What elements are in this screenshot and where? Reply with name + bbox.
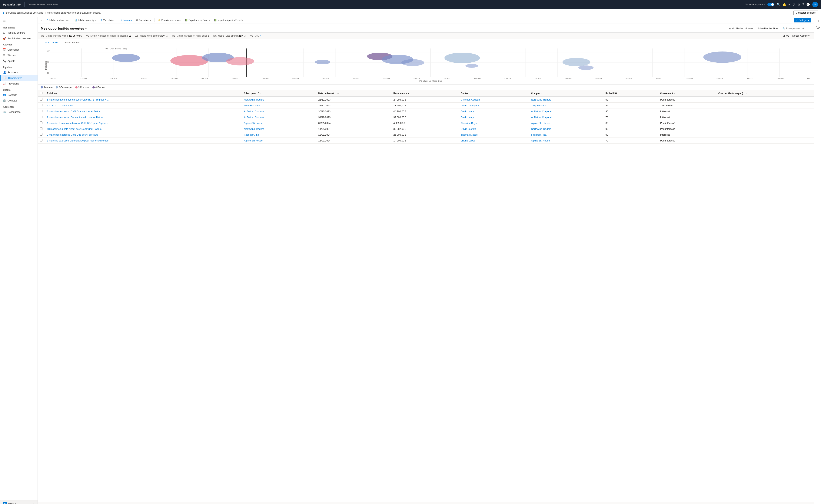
compte-link-5[interactable]: Northwind Traders [531,128,551,130]
nouveau-button[interactable]: + Nouveau [119,18,133,22]
contact-link-5[interactable]: David Lacroix [461,128,476,130]
th-email[interactable]: Courrier électronique (... ↕ [716,90,814,97]
settings-icon[interactable]: ⚙ [797,3,800,6]
row-checkbox-3[interactable] [40,116,42,118]
hamburger-button[interactable]: ☰ [0,17,38,25]
brand-logo[interactable]: Dynamics 365 [3,3,21,6]
visualiser-button[interactable]: 👁 Visualiser cette vue [157,18,182,22]
row-checkbox-0[interactable] [40,98,42,101]
sidebar-item-ressources[interactable]: 📖 Ressources [0,109,38,115]
th-classement[interactable]: Classement ↕ [658,90,716,97]
panel-chat-icon[interactable]: 💬 [815,25,820,30]
th-date[interactable]: Date de fermet... ↑↓ [316,90,391,97]
td-checkbox[interactable] [38,120,45,126]
contact-link-3[interactable]: David Lamy [461,116,474,119]
sidebar-item-comptes[interactable]: 🏢 Comptes [0,98,38,103]
client-link-0[interactable]: Northwind Traders [244,98,264,101]
th-compte[interactable]: Compte ↕ [529,90,603,97]
partager-button[interactable]: ↗ Partager ▾ [794,18,811,22]
back-button[interactable]: ← [41,18,44,22]
td-checkbox[interactable] [38,138,45,144]
rubrique-link-4[interactable]: 1 machine à café avec broyeur Café BG-1 … [47,122,108,124]
contact-link-4[interactable]: Christian Doyon [461,122,478,124]
client-link-6[interactable]: Fabrikam, Inc. [244,133,259,136]
contact-link-2[interactable]: David Lamy [461,110,474,113]
sidebar-item-appels[interactable]: 📞 Appels [0,58,38,64]
client-link-1[interactable]: Trey Research [244,104,260,107]
th-contact[interactable]: Contact ↕ [459,90,529,97]
td-checkbox[interactable] [38,114,45,120]
th-revenu[interactable]: Revenu estimé ↕ [391,90,458,97]
td-checkbox[interactable] [38,126,45,132]
user-avatar[interactable]: JS [812,2,818,7]
sidebar-item-taches[interactable]: ☰ Tâches [0,52,38,58]
help-icon[interactable]: ? [802,3,804,6]
rubrique-link-1[interactable]: 5 Café A-100 Automatic [47,104,73,107]
compare-plans-button[interactable]: Comparer les plans [793,11,818,15]
compte-link-3[interactable]: A. Datum Corporat [531,116,551,119]
filter-icon[interactable]: ⚗ [793,3,795,6]
contact-link-0[interactable]: Christian Coupart [461,98,480,101]
th-rubrique[interactable]: Rubrique * ↕ [45,90,242,97]
chat-icon[interactable]: 💬 [806,3,810,6]
title-dropdown-icon[interactable]: ▾ [85,27,87,30]
client-link-7[interactable]: Alpine Ski House [244,139,263,142]
supprimer-button[interactable]: 🗑 Supprimer ▾ [135,18,153,22]
row-checkbox-6[interactable] [40,133,42,136]
panel-expand-icon[interactable]: ⊞ [816,18,820,23]
filter-input[interactable] [781,26,811,31]
row-checkbox-2[interactable] [40,110,42,112]
contact-link-7[interactable]: Liliane Lebec [461,139,475,142]
contact-link-6[interactable]: Thomas Masse [461,133,478,136]
sidebar-item-accelerateur[interactable]: 🚀 Accélérateur des ven... [0,35,38,41]
contact-link-1[interactable]: David Chavignon [461,104,480,107]
client-link-2[interactable]: A. Datum Corporat [244,110,264,113]
sidebar-item-tableau-de-bord[interactable]: ⊞ Tableau de bord [0,30,38,35]
more-button[interactable]: ⋯ [246,18,251,22]
afficher-tantque-button[interactable]: ⊟ Afficher en tant que ▾ [45,18,72,22]
th-proba[interactable]: Probabilité ↕ [603,90,658,97]
compte-link-4[interactable]: Alpine Ski House [531,122,550,124]
sidebar-item-opportunites[interactable]: 📋 Opportunités [0,75,38,81]
metrics-more-arrow[interactable]: › [260,35,261,37]
nouvelle-apparence-toggle[interactable] [767,3,774,6]
td-checkbox[interactable] [38,97,45,103]
compte-link-1[interactable]: Trey Research [531,104,547,107]
compte-link-7[interactable]: Alpine Ski House [531,139,550,142]
exporter-button[interactable]: 📗 Exporter vers Excel ▾ [183,18,211,22]
afficher-graphique-button[interactable]: 📊 Afficher graphique [73,18,98,22]
td-checkbox[interactable] [38,132,45,138]
row-checkbox-1[interactable] [40,104,42,106]
bell-icon[interactable]: 🔔 [783,3,786,6]
sidebar-item-calendrier[interactable]: 📅 Calendrier [0,47,38,52]
tab-deal-tracker[interactable]: Deal_Tracker [41,39,61,46]
select-all-checkbox[interactable] [40,92,42,94]
sidebar-bottom-section[interactable]: V Ventes ⊙ [0,500,38,504]
sidebar-item-previsions[interactable]: 📈 Prévisions [0,81,38,86]
rubrique-link-5[interactable]: 18 machines à café Airpot pour Northwind… [47,128,101,130]
sidebar-item-prospects[interactable]: 👤 Prospects [0,69,38,75]
tab-sales-funnel[interactable]: Sales_Funnel [61,39,83,46]
td-checkbox[interactable] [38,108,45,114]
rubrique-link-6[interactable]: 2 machines expresso Café Duo pour Fabrik… [47,133,98,136]
rubrique-link-7[interactable]: 1 machine expresso Café Grande pour Alpi… [47,139,108,142]
client-link-4[interactable]: Alpine Ski House [244,122,263,124]
row-checkbox-4[interactable] [40,121,42,124]
client-link-3[interactable]: A. Datum Corporat [244,116,264,119]
modifier-filtres-button[interactable]: ⚗ Modifier les filtres [756,26,779,31]
lost-info-icon[interactable]: ⓘ [244,35,246,37]
th-select-all[interactable] [38,90,45,97]
compte-link-6[interactable]: Fabrikam, Inc. [531,133,547,136]
client-link-5[interactable]: Northwind Traders [244,128,264,130]
search-icon[interactable]: 🔍 [776,3,780,6]
row-checkbox-5[interactable] [40,127,42,130]
td-checkbox[interactable] [38,103,45,108]
rubrique-link-2[interactable]: 3 machines expresso Café Grande pour A. … [47,110,101,113]
sidebar-item-contacts[interactable]: 👥 Contacts [0,92,38,98]
compte-link-0[interactable]: Northwind Traders [531,98,551,101]
modifier-colonnes-button[interactable]: ⊞ Modifier les colonnes [728,26,755,31]
row-checkbox-7[interactable] [40,139,42,141]
rubrique-link-0[interactable]: 5 machines à café avec broyeur Café BG-1… [47,98,109,101]
importer-button[interactable]: 📗 Importer à partir d'Excel ▾ [212,18,245,22]
compte-link-2[interactable]: A. Datum Corporat [531,110,551,113]
